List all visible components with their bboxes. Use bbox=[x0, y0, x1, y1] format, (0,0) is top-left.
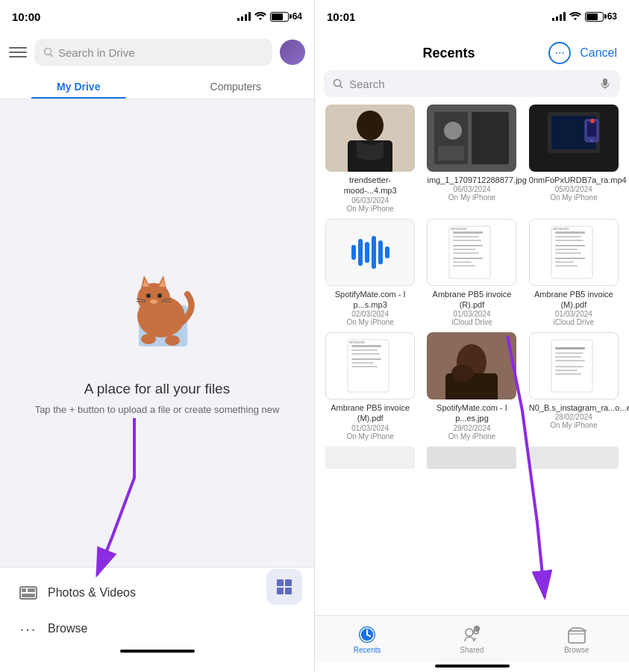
file-location: On My iPhone bbox=[550, 193, 597, 202]
home-indicator-left bbox=[120, 650, 195, 653]
mic-icon[interactable] bbox=[599, 78, 611, 90]
left-status-time: 10:00 bbox=[12, 10, 40, 23]
file-name: Ambrane PB5 invoice (M).pdf bbox=[325, 402, 415, 424]
cancel-button[interactable]: Cancel bbox=[580, 46, 617, 60]
svg-text:amazon: amazon bbox=[553, 226, 569, 231]
svg-rect-74 bbox=[351, 345, 381, 347]
right-wifi-icon bbox=[569, 10, 581, 22]
svg-rect-66 bbox=[555, 245, 585, 246]
files-row-1: trendsetter-mood-...4.mp3 06/03/2024 On … bbox=[322, 105, 622, 213]
file-location: iCloud Drive bbox=[451, 318, 492, 326]
left-status-bar: 10:00 64 bbox=[0, 0, 314, 33]
nav-photos-label: Photos & Videos bbox=[48, 586, 136, 600]
tab-computers[interactable]: Computers bbox=[157, 73, 315, 99]
svg-rect-76 bbox=[351, 353, 380, 355]
list-item[interactable]: amazon Ambrane PB5 invoice (M).pdf 01/03… bbox=[322, 332, 418, 441]
right-header: Recents ··· Cancel bbox=[315, 33, 629, 70]
svg-rect-58 bbox=[453, 258, 483, 259]
file-thumbnail bbox=[325, 105, 415, 172]
svg-rect-57 bbox=[453, 252, 479, 254]
right-status-bar: 10:01 63 bbox=[315, 0, 629, 33]
list-item[interactable] bbox=[322, 447, 418, 469]
svg-rect-53 bbox=[453, 236, 479, 237]
list-item[interactable]: amazon Ambrane PB5 invoice (M).pdf 01/03… bbox=[526, 219, 622, 327]
file-name: trendsetter-mood-...4.mp3 bbox=[325, 175, 415, 196]
svg-point-97 bbox=[466, 629, 473, 636]
empty-state: A place for all your files Tap the + but… bbox=[0, 99, 314, 567]
svg-rect-91 bbox=[555, 370, 578, 371]
svg-rect-55 bbox=[453, 245, 483, 246]
svg-point-43 bbox=[590, 139, 593, 142]
svg-rect-70 bbox=[555, 261, 574, 263]
file-thumbnail: amazon bbox=[529, 219, 619, 286]
search-placeholder-left: Search in Drive bbox=[58, 46, 135, 59]
cat-illustration bbox=[98, 249, 217, 369]
file-location: iCloud Drive bbox=[554, 318, 594, 326]
svg-point-31 bbox=[357, 111, 384, 140]
file-thumbnail: amazon bbox=[325, 332, 415, 399]
svg-rect-90 bbox=[555, 366, 583, 367]
file-date: 01/03/2024 bbox=[351, 424, 389, 432]
file-name: Ambrane PB5 invoice (M).pdf bbox=[529, 289, 619, 311]
tab-my-drive[interactable]: My Drive bbox=[0, 73, 157, 99]
list-item[interactable]: trendsetter-mood-...4.mp3 06/03/2024 On … bbox=[322, 105, 418, 213]
browse-tab-icon bbox=[567, 625, 586, 644]
wifi-icon bbox=[254, 10, 266, 22]
file-location: On My iPhone bbox=[346, 432, 393, 441]
files-row-4 bbox=[322, 447, 622, 469]
left-panel: 10:00 64 Search in Drive bbox=[0, 0, 315, 672]
svg-point-28 bbox=[334, 80, 341, 87]
file-thumbnail bbox=[427, 447, 516, 469]
list-item[interactable]: SpotifyMate.com - I p...s.mp3 02/03/2024… bbox=[322, 219, 418, 327]
file-date: 06/03/2024 bbox=[453, 185, 490, 193]
svg-rect-101 bbox=[569, 631, 585, 643]
search-input-left[interactable]: Search in Drive bbox=[34, 39, 272, 66]
svg-rect-19 bbox=[277, 579, 284, 586]
right-signal-icon bbox=[552, 12, 566, 21]
right-battery-icon bbox=[585, 12, 604, 22]
list-item[interactable]: SpotifyMate.com - I p...es.jpg 29/02/202… bbox=[424, 332, 519, 441]
right-panel: 10:01 63 Recents ··· Cancel bbox=[315, 0, 629, 672]
svg-point-12 bbox=[150, 299, 157, 304]
menu-button[interactable] bbox=[9, 43, 27, 61]
tab-browse[interactable]: Browse bbox=[525, 622, 629, 662]
home-indicator-right bbox=[435, 665, 510, 668]
svg-rect-56 bbox=[453, 249, 475, 250]
svg-point-36 bbox=[444, 122, 462, 140]
svg-point-10 bbox=[146, 293, 151, 298]
fab-button[interactable] bbox=[266, 569, 302, 605]
search-bar-right[interactable]: Search bbox=[324, 70, 620, 97]
left-status-icons: 64 bbox=[237, 10, 302, 22]
list-item[interactable] bbox=[526, 447, 622, 469]
more-options-button[interactable]: ··· bbox=[548, 42, 571, 64]
tab-recents[interactable]: Recents bbox=[315, 622, 419, 662]
svg-text:amazon: amazon bbox=[349, 340, 365, 344]
right-status-icons: 63 bbox=[552, 10, 617, 22]
recents-title: Recents bbox=[423, 46, 475, 61]
svg-rect-67 bbox=[555, 249, 578, 250]
user-avatar[interactable] bbox=[280, 40, 305, 65]
battery-icon bbox=[270, 12, 289, 22]
svg-rect-89 bbox=[555, 360, 585, 361]
svg-rect-71 bbox=[555, 265, 578, 267]
list-item[interactable]: N0_B.s_instagram_ra...o...e_.pdf 28/02/2… bbox=[526, 332, 622, 441]
svg-line-1 bbox=[51, 55, 54, 57]
search-bar-left: Search in Drive bbox=[0, 33, 314, 73]
svg-rect-69 bbox=[555, 258, 585, 259]
bottom-nav-right: Recents ! Shared bbox=[315, 615, 629, 662]
list-item[interactable]: img_1_1709712288877.jpg 06/03/2024 On My… bbox=[424, 105, 519, 213]
file-thumbnail bbox=[529, 447, 619, 469]
nav-browse[interactable]: ··· Browse bbox=[0, 611, 314, 647]
file-location: On My iPhone bbox=[346, 318, 393, 326]
list-item[interactable] bbox=[424, 447, 519, 469]
list-item[interactable]: amazon Ambrane PB5 invoice (R).pdf 01/03… bbox=[424, 219, 519, 327]
tab-shared-label: Shared bbox=[460, 646, 484, 654]
tab-shared[interactable]: ! Shared bbox=[419, 622, 524, 662]
svg-rect-77 bbox=[351, 358, 381, 360]
header-actions: ··· Cancel bbox=[548, 42, 617, 64]
svg-rect-35 bbox=[472, 112, 509, 164]
file-date: 29/02/2024 bbox=[453, 424, 490, 432]
list-item[interactable]: 0nmFoPxURDB7a_ra.mp4 05/03/2024 On My iP… bbox=[526, 105, 622, 213]
file-thumbnail: amazon bbox=[427, 219, 516, 286]
svg-rect-64 bbox=[555, 236, 581, 237]
